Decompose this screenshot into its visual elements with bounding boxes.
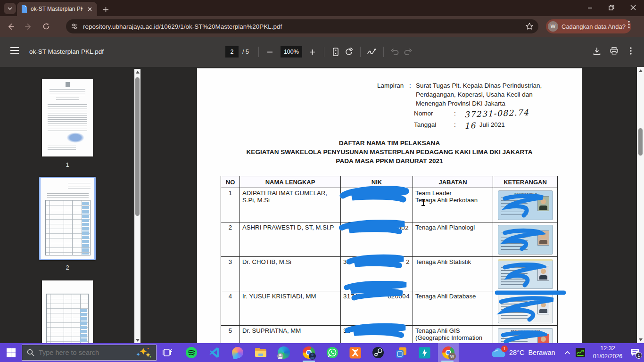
browser-navbar: repository.ubharajaya.ac.id/10629/1/ok-S… [0, 16, 644, 37]
download-button[interactable] [590, 44, 603, 58]
site-info-icon[interactable] [71, 23, 78, 30]
undo-button[interactable] [388, 45, 402, 58]
lampiran-label: Lampiran [377, 81, 409, 108]
zoom-out-button[interactable] [264, 45, 277, 58]
weather-condition: Berawan [528, 349, 555, 356]
browser-menu-button[interactable] [628, 21, 630, 30]
lampiran-text: Surat Tugas Plt. Kepala Dinas Perindustr… [416, 81, 542, 108]
pdf-more-button[interactable] [624, 44, 637, 58]
sidebar-scrollbar[interactable] [134, 69, 140, 343]
steam-icon [372, 346, 384, 359]
bookmark-star-icon[interactable] [525, 22, 534, 31]
pdf-file-icon [21, 5, 27, 13]
profile-chip-label: Cadangkan data Anda? [561, 23, 626, 30]
signature-mark [66, 132, 84, 143]
main-scrollbar[interactable] [637, 67, 644, 343]
header-nik: NIK [341, 176, 413, 188]
taskbar-app-spotify[interactable] [182, 343, 201, 362]
whatsapp-icon [326, 346, 339, 359]
task-view-button[interactable] [158, 343, 177, 362]
xampp-icon [349, 347, 361, 359]
pdf-document-title: ok-ST Masterplan PKL.pdf [29, 48, 104, 55]
taskbar-app-file-explorer[interactable] [251, 343, 270, 362]
taskbar-app-vmware[interactable] [392, 343, 411, 362]
tab-search-button[interactable] [4, 3, 16, 14]
tab-title: ok-ST Masterplan PKL.pdf [31, 6, 83, 12]
browser-titlebar: ok-ST Masterplan PKL.pdf [0, 0, 644, 16]
redo-button[interactable] [402, 45, 415, 58]
main-scrollbar-thumb[interactable] [638, 128, 643, 156]
address-bar[interactable]: repository.ubharajaya.ac.id/10629/1/ok-S… [66, 19, 538, 33]
close-button[interactable] [622, 0, 644, 15]
thumbnail-label-2: 2 [42, 264, 93, 271]
task-view-icon [163, 348, 172, 357]
taskbar-search[interactable] [22, 345, 157, 361]
thumbnail-page-2-selected[interactable] [39, 177, 96, 260]
bing-sparkle-icon [135, 347, 151, 358]
thumbnail-page-1[interactable] [42, 79, 93, 156]
taskbar-app-edge[interactable] [274, 343, 293, 362]
notification-badge: 1 [636, 352, 642, 359]
print-button[interactable] [607, 44, 620, 58]
fit-page-button[interactable] [329, 45, 342, 58]
back-button[interactable] [3, 19, 18, 34]
url-text[interactable]: repository.ubharajaya.ac.id/10629/1/ok-S… [83, 23, 525, 30]
annotate-button[interactable] [365, 45, 379, 58]
taskbar-app-steam[interactable] [369, 343, 388, 362]
table-row: 4 Ir. YUSUF KRISTIADI, MM 317401 620004 … [221, 291, 558, 326]
header-jabatan: JABATAN [413, 176, 493, 188]
weather-temp: 28°C [509, 349, 524, 356]
taskbar-app-xampp[interactable] [346, 343, 364, 362]
restore-button[interactable] [601, 0, 622, 15]
tanggal-row: Tanggal : 16 Juli 2021 [414, 121, 505, 131]
page-total: / 5 [242, 49, 249, 55]
chevron-up-icon [564, 351, 570, 355]
new-tab-button[interactable] [100, 4, 111, 15]
profile-chip[interactable]: W Cadangkan data Anda? [546, 19, 631, 33]
tab-close-icon[interactable] [86, 5, 93, 13]
rotate-button[interactable] [342, 45, 355, 58]
chevron-down-icon [7, 6, 13, 11]
reload-button[interactable] [39, 19, 54, 34]
edge-profile-avatar [277, 353, 283, 359]
kebab-icon [628, 21, 630, 28]
windows-logo-icon [7, 348, 16, 357]
zoom-in-button[interactable] [306, 45, 319, 58]
document-title-line3: PADA MASA PPKM DARURAT 2021 [197, 157, 582, 165]
taskbar-app-vscode[interactable] [205, 343, 224, 362]
sidebar-menu-icon[interactable] [10, 47, 19, 54]
page-number-input[interactable] [225, 46, 239, 58]
zoom-level[interactable]: 100% [281, 46, 302, 58]
document-title-line2: KEGIATAN SWAKELOLA PENYUSUNAN MASTERPLAN… [197, 148, 582, 156]
header-keterangan: KETERANGAN [493, 176, 558, 188]
tanggal-handwritten-day: 16 [464, 121, 476, 131]
ktp-card [498, 225, 553, 255]
browser-tab[interactable]: ok-ST Masterplan PKL.pdf [17, 2, 97, 16]
tray-weather[interactable]: 1 28°C Berawan [491, 343, 555, 362]
forward-button[interactable] [21, 19, 36, 34]
search-input[interactable] [39, 349, 131, 356]
vscode-icon [209, 347, 220, 358]
sidebar-scrollbar-thumb[interactable] [135, 77, 140, 216]
tray-clock[interactable]: 12:32 01/02/2026 [586, 345, 629, 361]
thumbnail-page-3[interactable] [42, 280, 93, 343]
ktp-card: PROVINSI JAWA BARAT [498, 328, 553, 343]
minimize-button[interactable] [579, 0, 601, 15]
nomor-handwritten-value: 37231-082.74 [464, 107, 529, 119]
taskbar-app-chrome[interactable] [299, 343, 318, 362]
document-title-line1: DAFTAR NAMA TIM PELAKSANA [197, 140, 582, 147]
thumbnail-label-1: 1 [42, 161, 93, 168]
tray-chevron[interactable] [562, 343, 572, 362]
start-button[interactable] [0, 343, 22, 362]
taskbar-app-copilot[interactable] [228, 343, 247, 362]
notification-center-button[interactable]: 1 [628, 343, 642, 362]
nomor-row: Nomor : 37231-082.74 [414, 110, 529, 119]
lampiran-block: Lampiran : Surat Tugas Plt. Kepala Dinas… [377, 81, 542, 108]
header-no: NO [221, 176, 240, 188]
taskbar-app-whatsapp[interactable] [323, 343, 342, 362]
mouse-cursor [423, 199, 424, 206]
taskbar-app-lightning[interactable] [415, 343, 434, 362]
taskbar-app-chrome-active[interactable]: W [438, 343, 459, 362]
tray-app-icon[interactable] [574, 343, 586, 362]
table-row: 1 ADIPATI RAHMAT GUMELAR, S.Pi, M.Si Tea… [221, 188, 558, 222]
